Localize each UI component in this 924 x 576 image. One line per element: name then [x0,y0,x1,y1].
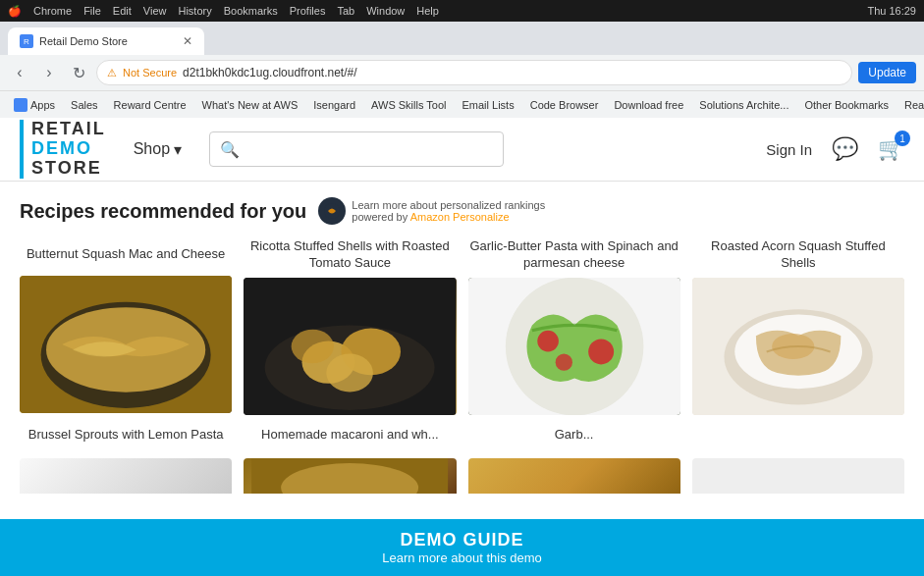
recipe-title-6: Garb... [468,427,680,452]
recipe-grid-row2-container: Brussel Sprouts with Lemon Pasta Homemad… [20,415,904,494]
bookmark-reward[interactable]: Reward Centre [108,97,192,113]
store-header: RETAIL DEMO STORE Shop ▾ 🔍 Sign In 💬 🛒 1 [0,118,924,182]
tab-favicon: R [20,34,33,48]
help-menu[interactable]: Help [416,5,439,17]
chrome-menu[interactable]: Chrome [33,5,72,17]
sign-in-button[interactable]: Sign In [766,141,812,158]
search-box[interactable]: 🔍 [209,131,504,167]
chevron-down-icon: ▾ [174,140,182,159]
bookmark-isengard[interactable]: Isengard [307,97,361,113]
recipe-card-2[interactable]: Garlic-Butter Pasta with Spinach and par… [468,238,680,415]
address-text: d2t1bkh0kdc1ug.cloudfront.net/#/ [183,66,356,79]
apps-bookmark-icon [14,98,27,112]
recipe-card-3[interactable]: Roasted Acorn Squash Stuffed Shells [692,238,904,415]
recipe-image-1 [244,278,456,415]
bookmarks-menu[interactable]: Bookmarks [224,5,278,17]
window-menu[interactable]: Window [366,5,405,17]
forward-button[interactable]: › [37,61,61,84]
svg-point-13 [588,339,614,364]
recipe-card-4[interactable]: Brussel Sprouts with Lemon Pasta [20,427,232,494]
clock: Thu 16:29 [867,5,916,17]
apple-menu[interactable]: 🍎 [8,5,22,18]
bookmark-email[interactable]: Email Lists [457,97,520,113]
reload-button[interactable]: ↻ [67,61,90,84]
history-menu[interactable]: History [178,5,211,17]
recipe-card-1[interactable]: Ricotta Stuffed Shells with Roasted Toma… [244,238,456,415]
section-header: Recipes recommended for you Learn more a… [20,197,904,225]
recipe-card-6[interactable]: Garb... [468,427,680,494]
header-right: Sign In 💬 🛒 1 [766,136,904,162]
personalize-line2: powered by Amazon Personalize [352,211,545,223]
tab-close-button[interactable]: ✕ [183,34,192,48]
search-input[interactable] [247,141,493,157]
section-title: Recipes recommended for you [20,200,306,223]
search-icon: 🔍 [220,140,240,159]
recipe-image-7 [692,458,904,494]
edit-menu[interactable]: Edit [113,5,132,17]
logo-demo: DEMO [31,139,106,159]
bookmark-apps[interactable]: Apps [8,96,61,114]
bookmark-solutions[interactable]: Solutions Archite... [693,97,794,113]
svg-point-14 [555,353,571,370]
view-menu[interactable]: View [143,5,167,17]
recipe-card-5[interactable]: Homemade macaroni and wh... [244,427,456,494]
recipe-image-4 [20,458,232,494]
personalize-text: Learn more about personalized rankings p… [352,199,545,223]
main-content: Recipes recommended for you Learn more a… [0,182,924,494]
recipe-grid-row1: Butternut Squash Mac and Cheese Ricotta … [20,238,904,415]
address-bar[interactable]: ⚠ Not Secure d2t1bkh0kdc1ug.cloudfront.n… [96,60,852,85]
bookmark-download[interactable]: Download free [608,97,689,113]
recipe-title-4: Brussel Sprouts with Lemon Pasta [20,427,232,452]
chrome-nav-bar: ‹ › ↻ ⚠ Not Secure d2t1bkh0kdc1ug.cloudf… [0,55,924,90]
active-tab[interactable]: R Retail Demo Store ✕ [8,27,204,55]
tab-menu[interactable]: Tab [337,5,354,17]
recipe-image-5 [244,458,456,494]
shop-label: Shop [134,140,170,158]
recipe-image-0 [20,276,232,413]
bookmark-skills[interactable]: AWS Skills Tool [365,97,452,113]
chat-icon[interactable]: 💬 [832,136,858,162]
demo-guide-title: DEMO GUIDE [400,530,523,550]
recipe-title-1: Ricotta Stuffed Shells with Roasted Toma… [244,238,456,272]
svg-point-9 [292,329,334,363]
recipe-title-5: Homemade macaroni and wh... [244,427,456,452]
recipe-title-3: Roasted Acorn Squash Stuffed Shells [692,238,904,272]
demo-guide-subtitle: Learn more about this demo [382,550,542,565]
logo-store: STORE [31,159,106,179]
bookmarks-bar: Apps Sales Reward Centre What's New at A… [0,90,924,118]
recipe-card-7[interactable] [692,427,904,494]
shop-button[interactable]: Shop ▾ [126,136,190,163]
recipe-card-0[interactable]: Butternut Squash Mac and Cheese [20,238,232,415]
svg-point-12 [537,331,559,352]
svg-point-8 [327,353,374,392]
store-logo[interactable]: RETAIL DEMO STORE [20,120,106,178]
recipe-title-2: Garlic-Butter Pasta with Spinach and par… [468,238,680,272]
mac-os-bar: 🍎 Chrome File Edit View History Bookmark… [0,0,924,22]
bookmark-code[interactable]: Code Browser [524,97,605,113]
recipe-title-7 [692,427,904,452]
bookmark-sales[interactable]: Sales [65,97,104,113]
recipe-image-6 [468,458,680,494]
update-button[interactable]: Update [858,62,916,83]
bookmark-other[interactable]: Other Bookmarks [798,97,895,113]
personalize-badge: Learn more about personalized rankings p… [318,197,545,225]
personalize-logo-icon [318,197,346,225]
chrome-tab-bar: R Retail Demo Store ✕ [0,22,924,55]
recipe-image-3 [692,278,904,415]
file-menu[interactable]: File [83,5,101,17]
recipe-grid-row2: Brussel Sprouts with Lemon Pasta Homemad… [20,427,904,494]
profiles-menu[interactable]: Profiles [290,5,326,17]
back-button[interactable]: ‹ [8,61,31,84]
not-secure-label: Not Secure [123,67,177,79]
personalize-line1: Learn more about personalized rankings [352,199,545,211]
demo-guide-banner[interactable]: DEMO GUIDE Learn more about this demo [0,519,924,576]
bookmark-reading[interactable]: Reading List [898,97,924,113]
security-icon: ⚠ [107,67,117,79]
tab-label: Retail Demo Store [39,35,128,47]
cart-button[interactable]: 🛒 1 [878,136,904,162]
cart-badge: 1 [895,131,910,146]
recipe-title-0: Butternut Squash Mac and Cheese [20,238,232,270]
recipe-image-2 [468,278,680,415]
bookmark-aws-new[interactable]: What's New at AWS [196,97,304,113]
logo-retail: RETAIL [31,120,106,139]
